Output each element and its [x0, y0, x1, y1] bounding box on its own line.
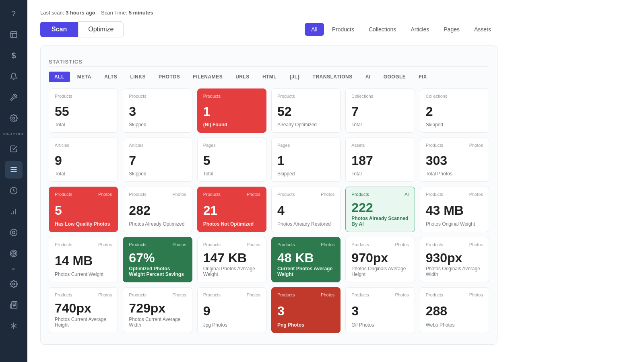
filter-tab-assets[interactable]: Assets [468, 23, 497, 36]
last-scan-value: 3 hours ago [66, 10, 95, 16]
svg-point-12 [12, 231, 15, 234]
svg-point-3 [13, 117, 15, 119]
scan-time-value: 5 minutes [129, 10, 153, 16]
filter-tab-articles[interactable]: Articles [404, 23, 436, 36]
svg-point-14 [12, 251, 16, 255]
clock-icon[interactable] [5, 182, 23, 200]
notification-icon[interactable] [5, 68, 23, 85]
stats-tab-html[interactable]: HTML [257, 72, 282, 82]
filter-tab-collections[interactable]: Collections [362, 23, 402, 36]
card-optimized-weight-savings[interactable]: Products Photos 67% Optimized Photos Wei… [123, 237, 192, 282]
card-photos-ai-scanned[interactable]: Products AI 222 Photos Already Scanned B… [345, 187, 415, 232]
last-scan-label: Last scan: [40, 10, 64, 16]
card-articles-total[interactable]: Articles 9 Total [49, 138, 118, 182]
card-photos-original-weight[interactable]: Products Photos 43 MB Photos Original We… [420, 187, 489, 232]
svg-point-16 [13, 283, 15, 285]
stats-tab-links[interactable]: LINKS [124, 72, 151, 82]
svg-point-11 [10, 229, 17, 236]
card-pages-total[interactable]: Pages 5 Total [197, 138, 266, 182]
stats-tab-photos[interactable]: PHOTOS [153, 72, 186, 82]
stats-tab-translations[interactable]: TRANSLATIONS [307, 72, 358, 82]
card-pages-skipped[interactable]: Pages 1 Skipped [271, 138, 341, 182]
card-photos-already-restored[interactable]: Products Photos 4 Photos Already Restore… [271, 187, 341, 232]
svg-rect-0 [11, 32, 17, 38]
settings-icon[interactable] [5, 109, 23, 127]
stats-tab-jl[interactable]: {JL} [284, 72, 305, 82]
scan-time-label: Scan Time: [101, 10, 127, 16]
statistics-title: STATISTICS [49, 52, 489, 67]
asterisk-icon[interactable] [5, 317, 23, 335]
card-originals-avg-width[interactable]: Products Photos 930px Photos Originals A… [420, 237, 489, 282]
stats-tab-fix[interactable]: FIX [413, 72, 432, 82]
cards-row-3: Products Photos 5 Has Low Quality Photos… [49, 187, 489, 232]
card-collections-total[interactable]: Collections 7 Total [345, 88, 415, 133]
tools-icon[interactable] [5, 88, 23, 106]
stats-tab-ai[interactable]: AI [360, 72, 376, 82]
card-products-already-optimized[interactable]: Products 52 Already Optimized [271, 88, 341, 133]
ai-sidebar-label: AI [12, 267, 16, 271]
card-current-avg-weight[interactable]: Products Photos 48 KB Current Photos Ave… [271, 237, 341, 282]
card-originals-avg-height[interactable]: Products Photos 970px Photos Originals A… [345, 237, 415, 282]
card-original-avg-weight[interactable]: Products Photos 147 KB Original Photos A… [197, 237, 266, 282]
card-products-skipped[interactable]: Products 3 Skipped [123, 88, 192, 133]
filter-tab-all[interactable]: All [305, 23, 324, 36]
cards-row-5: Products Photos 740px Photos Current Ave… [49, 287, 489, 333]
card-assets-total[interactable]: Assets 187 Total [345, 138, 415, 182]
sidebar: ? $ ANALYTICS AI [0, 0, 27, 362]
scan-button[interactable]: Scan [40, 22, 78, 37]
card-products-found[interactable]: Products 1 (Ni) Found [197, 88, 266, 133]
filter-tab-pages[interactable]: Pages [437, 23, 466, 36]
dollar-icon[interactable]: $ [5, 47, 23, 64]
target-icon[interactable] [5, 245, 23, 262]
checklist-icon[interactable] [5, 140, 23, 158]
card-products-total[interactable]: Products 55 Total [49, 88, 118, 133]
card-low-quality-photos[interactable]: Products Photos 5 Has Low Quality Photos [49, 187, 118, 232]
newspaper-icon[interactable] [5, 296, 23, 314]
card-products-photos-total[interactable]: Products Photos 303 Total Photos [420, 138, 489, 182]
card-current-avg-width[interactable]: Products Photos 729px Photos Current Ave… [123, 287, 192, 333]
help-icon[interactable]: ? [5, 5, 23, 23]
cards-row-2: Articles 9 Total Articles 7 Skipped Page… [49, 138, 489, 182]
log-icon[interactable] [5, 26, 23, 43]
stats-tab-google[interactable]: GOOGLE [378, 72, 412, 82]
card-webp-photos[interactable]: Products Photos 288 Webp Photos [420, 287, 489, 333]
filter-tab-products[interactable]: Products [326, 23, 361, 36]
card-photos-current-weight[interactable]: Products Photos 14 MB Photos Current Wei… [49, 237, 118, 282]
gear2-icon[interactable] [5, 275, 23, 293]
circle-icon[interactable] [5, 224, 23, 241]
cards-row-4: Products Photos 14 MB Photos Current Wei… [49, 237, 489, 282]
scan-info: Last scan: 3 hours ago Scan Time: 5 minu… [40, 10, 153, 16]
svg-point-15 [13, 253, 14, 254]
cards-row-1: Products 55 Total Products 3 Skipped Pro… [49, 88, 489, 133]
analytics-label: ANALYTICS [3, 132, 25, 136]
card-photos-already-optimized[interactable]: Products Photos 282 Photos Already Optim… [123, 187, 192, 232]
card-gif-photos[interactable]: Products Photos 3 Gif Photos [345, 287, 415, 333]
card-photos-not-optimized[interactable]: Products Photos 21 Photos Not Optimized [197, 187, 266, 232]
card-collections-skipped[interactable]: Collections 2 Skipped [420, 88, 489, 133]
optimize-button[interactable]: Optimize [78, 21, 124, 37]
stats-tab-meta[interactable]: META [72, 72, 97, 82]
card-png-photos[interactable]: Products Photos 3 Png Photos [271, 287, 341, 333]
filter-tabs: All Products Collections Articles Pages … [305, 23, 497, 36]
card-articles-skipped[interactable]: Articles 7 Skipped [123, 138, 192, 182]
stats-tab-all[interactable]: ALL [49, 72, 70, 82]
card-current-avg-height[interactable]: Products Photos 740px Photos Current Ave… [49, 287, 118, 333]
bar-chart-icon[interactable] [5, 203, 23, 220]
main-content: Last scan: 3 hours ago Scan Time: 5 minu… [27, 0, 644, 362]
card-jpg-photos[interactable]: Products Photos 9 Jpg Photos [197, 287, 266, 333]
list-icon[interactable] [5, 161, 23, 179]
stats-tabs: ALL META ALTS LINKS PHOTOS FILENAMES URL… [49, 72, 489, 82]
stats-tab-urls[interactable]: URLS [230, 72, 255, 82]
stats-tab-alts[interactable]: ALTS [99, 72, 123, 82]
stats-tab-filenames[interactable]: FILENAMES [187, 72, 228, 82]
